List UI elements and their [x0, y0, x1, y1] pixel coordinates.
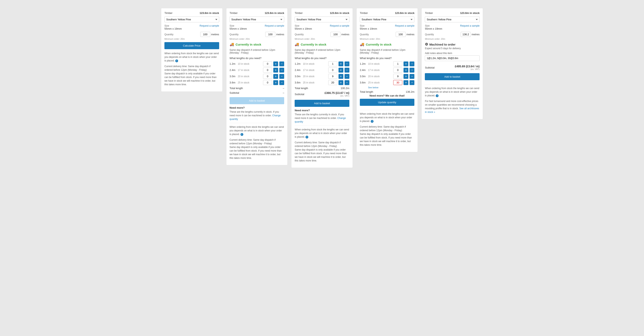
panel-2-minus-1[interactable]: −	[279, 68, 284, 73]
panel-4-plus-2[interactable]: +	[404, 74, 408, 79]
panel-2-truck-icon: 🚚	[230, 42, 234, 47]
panel-3-minus-2[interactable]: −	[344, 74, 349, 79]
panel-3-timber-select[interactable]: Southern Yellow Pine	[295, 17, 349, 22]
panel-3-length-label-3: 3.6m	[295, 81, 302, 84]
panel-2-minus-3[interactable]: −	[279, 80, 284, 85]
panel-2-info-icon[interactable]: i	[240, 133, 243, 136]
panel-2-plus-1[interactable]: +	[273, 68, 278, 73]
panel-3-minus-0[interactable]: −	[344, 62, 349, 66]
panel-2-length-label-2: 3.0m	[230, 75, 237, 78]
panel-5-notes-input[interactable]	[425, 55, 480, 61]
panel-1-timber-label: Timber	[164, 12, 172, 15]
panel-3-plus-0[interactable]: +	[338, 62, 343, 66]
panel-2-minus-0[interactable]: −	[279, 62, 284, 66]
panel-2-minus-2[interactable]: −	[279, 74, 284, 79]
panel-3-add-basket-btn[interactable]: Add to basket	[295, 100, 349, 107]
panel-3-plus-3[interactable]: +	[338, 80, 343, 85]
panel-4-length-input-2[interactable]	[393, 74, 402, 79]
panel-2-plus-0[interactable]: +	[273, 62, 278, 66]
panel-4-info-2: Current delivery time: Same day dispatch…	[360, 125, 414, 147]
panel-2-add-basket-btn[interactable]: Add to basket	[230, 97, 284, 104]
panel-3-plus-2[interactable]: +	[338, 74, 343, 79]
panel-4-length-input-1[interactable]	[393, 68, 402, 73]
panel-2-quantity-input[interactable]	[265, 32, 275, 37]
panel-4-plus-3[interactable]: +	[404, 80, 408, 85]
panel-3-stock-info: 123.6m in stock	[330, 12, 349, 15]
panel-5-request-sample[interactable]: Request a sample	[460, 24, 480, 27]
panel-4-minus-2[interactable]: −	[410, 74, 414, 79]
panel-4-info-icon[interactable]: i	[371, 120, 374, 123]
panel-3-change-qty-link[interactable]: Change quantity	[295, 117, 346, 123]
panel-1-timber-select[interactable]: Southern Yellow Pine	[164, 17, 219, 22]
panel-2-plus-3[interactable]: +	[273, 80, 278, 85]
panel-5-info-1: When ordering from stock the lengths we …	[425, 86, 480, 97]
panel-2-length-input-1[interactable]	[263, 68, 272, 73]
panel-4-minus-3[interactable]: −	[410, 80, 414, 85]
panel-3-info-icon[interactable]: i	[306, 136, 308, 138]
panel-3-minus-1[interactable]: −	[344, 68, 349, 73]
panel-2-in-stock-banner: 🚚 Currently in stock	[230, 42, 284, 47]
panel-2-change-qty-link[interactable]: Change quantity	[230, 114, 281, 120]
panel-3-request-sample[interactable]: Request a sample	[330, 24, 349, 27]
panel-5: Timber 123.6m in stock Southern Yellow P…	[422, 8, 483, 119]
panel-1-calc-btn[interactable]: Calculate Price	[164, 42, 219, 49]
panel-3-length-input-2[interactable]	[328, 74, 337, 79]
panel-5-quantity-input[interactable]	[461, 32, 471, 37]
panel-4-timber-select[interactable]: Southern Yellow Pine	[360, 17, 414, 22]
panel-2-length-label-3: 3.6m	[230, 81, 237, 84]
panel-5-timber-select[interactable]: Southern Yellow Pine	[425, 17, 480, 22]
panel-3-quantity-input[interactable]	[330, 32, 340, 37]
panel-2-info-2: Current delivery time: Same day dispatch…	[230, 138, 284, 160]
panel-2-plus-2[interactable]: +	[273, 74, 278, 79]
panel-3-length-input-0[interactable]	[328, 61, 337, 66]
panel-2-stock-count-0: 10 in stock	[238, 63, 262, 65]
panel-2-subtotal-value: –	[283, 91, 284, 94]
panel-4-truck-icon: 🚚	[360, 42, 364, 47]
panel-3-total-label: Total length	[295, 87, 308, 90]
panel-4-length-label-1: 2.4m	[360, 69, 367, 72]
panel-2-stock-count-3: 25 in stock	[238, 81, 262, 84]
panel-2-timber-label: Timber	[230, 12, 238, 15]
panel-1-info-icon[interactable]: i	[175, 59, 178, 62]
panel-2-length-input-2[interactable]	[263, 74, 272, 79]
panel-5-see-all-link[interactable]: See all architraves in stock »	[425, 107, 479, 113]
panel-2-length-input-3[interactable]	[263, 80, 272, 85]
panel-4-request-sample[interactable]: Request a sample	[395, 24, 414, 27]
panel-2-size-value: 55mm x 19mm	[230, 27, 247, 30]
panel-3-length-input-1[interactable]	[328, 68, 337, 73]
panel-4-size-row: Size 55mm x 19mm Request a sample	[360, 24, 414, 30]
panel-5-add-basket-btn[interactable]: Add to basket	[425, 73, 480, 80]
panel-5-machined-text: Machined to order	[429, 43, 456, 46]
panel-3-lengths-title: What lengths do you need?	[295, 57, 349, 60]
panel-2-length-input-0[interactable]	[263, 61, 272, 66]
panel-4-length-input-3[interactable]	[393, 80, 402, 85]
panel-5-subtotal-label: Subtotal	[425, 66, 434, 69]
panel-2-header: Timber 123.6m in stock	[230, 12, 284, 15]
panel-4-min-order: Minimum order: 20m	[360, 38, 414, 40]
panel-4-quantity-group: metres	[396, 32, 414, 37]
panel-2-timber-select[interactable]: Southern Yellow Pine	[230, 17, 284, 22]
panel-3-minus-3[interactable]: −	[344, 80, 349, 85]
panel-3-length-input-3[interactable]	[328, 80, 337, 85]
panel-4-plus-1[interactable]: +	[404, 68, 408, 73]
panel-3-length-label-0: 1.2m	[295, 62, 302, 65]
panel-5-info-icon[interactable]: i	[436, 94, 438, 97]
panel-4-see-below[interactable]: See below	[368, 86, 414, 89]
panel-4-minus-1[interactable]: −	[410, 68, 414, 73]
panel-1-quantity-input[interactable]	[200, 32, 210, 37]
panel-1-request-sample[interactable]: Request a sample	[200, 24, 219, 27]
panel-4-update-qty-btn[interactable]: Update quantity	[360, 99, 414, 106]
panel-2-info-1: When ordering from stock the lengths we …	[230, 125, 284, 136]
panel-4-minus-0[interactable]: −	[410, 62, 414, 66]
panel-3-subtotal-main: £366.75 (£3.67 / m)	[324, 91, 349, 95]
panel-4-plus-0[interactable]: +	[404, 62, 408, 66]
panel-4-length-input-0[interactable]	[393, 61, 402, 66]
panel-3-total-value: 100.2m	[340, 87, 349, 90]
panel-2-request-sample[interactable]: Request a sample	[265, 24, 284, 27]
panel-4-in-stock-text: Currently in stock	[366, 43, 392, 46]
panel-3-quantity-unit: metres	[341, 33, 349, 36]
panel-2-subtotal-row: Subtotal –	[230, 91, 284, 94]
panel-3-plus-1[interactable]: +	[338, 68, 343, 73]
panel-4-quantity-label: Quantity	[360, 33, 369, 36]
panel-4-quantity-input[interactable]	[396, 32, 406, 37]
